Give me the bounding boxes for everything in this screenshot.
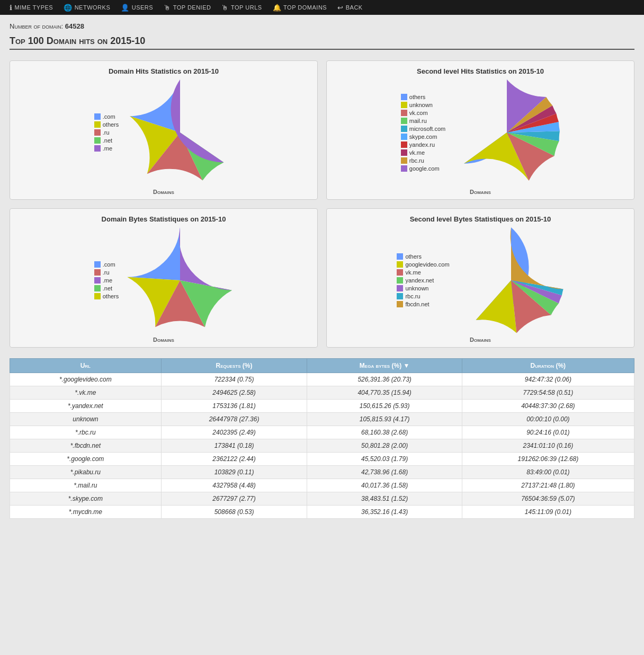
table-row: *.googlevideo.com722334 (0.75)526,391.36… [10,373,634,386]
page-title: Top 100 Domain hits on 2015-10 [10,36,634,50]
table-row: *.vk.me2494625 (2.58)404,770.35 (15.94)7… [10,386,634,400]
back-icon: ↩ [337,4,344,12]
legend-me: .me [94,145,119,152]
navigation: ℹ Mime Types 🌐 Networks 👤 Users 🖱 Top De… [0,0,644,15]
chart-domain-bytes-inner: .com .ru .me .net others [14,227,313,333]
table-row: *.mail.ru4327958 (4.48)40,017.36 (1.58)2… [10,479,634,492]
domain-table: Url Requests (%) Mega bytes (%) ▼ Durati… [10,358,634,519]
legend-vkme-sh: vk.me [401,149,445,156]
table-header-row: Url Requests (%) Mega bytes (%) ▼ Durati… [10,359,634,373]
legend-ru-db: .ru [94,269,119,276]
col-url[interactable]: Url [10,359,162,373]
table-row: *.mycdn.me508668 (0.53)36,352.16 (1.43)1… [10,506,634,519]
legend-rbc-sb: rbc.ru [397,293,449,299]
chart-second-bytes-inner: others googlevideo.com vk.me yandex.net … [331,227,630,333]
chart-domain-bytes-title: Domain Bytes Statistiques on 2015-10 [14,215,313,223]
pie-second-hits [454,79,560,185]
chart-second-hits-title: Second level Hits Statistics on 2015-10 [331,67,630,75]
legend-unknown-sb: unknown [397,285,449,291]
chart-domain-hits-inner: .com others .ru .net .me [14,79,313,185]
chart-second-bytes: Second level Bytes Statistiques on 2015-… [326,208,634,348]
chart-domain-hits-footer: Domains [14,189,313,195]
user-icon: 👤 [121,4,130,12]
domain-count: Number of domain: 64528 [10,22,634,30]
table-row: *.rbc.ru2402395 (2.49)68,160.38 (2.68)90… [10,426,634,439]
table-row: *.pikabu.ru103829 (0.11)42,738.96 (1.68)… [10,466,634,479]
legend-googlevideo-sb: googlevideo.com [397,261,449,268]
nav-top-domains[interactable]: 🔔 Top Domains [267,4,333,12]
legend-others-db: others [94,293,119,299]
pie-second-bytes [458,227,564,333]
legend-rbc-sh: rbc.ru [401,157,445,164]
network-icon: 🌐 [64,4,73,12]
cursor2-icon: 🖱 [221,4,229,12]
legend-skype-sh: skype.com [401,134,445,140]
chart-domain-hits: Domain Hits Statistics on 2015-10 .com o… [10,60,318,200]
pie-domain-bytes [127,227,233,333]
nav-users[interactable]: 👤 Users [115,4,158,12]
nav-back[interactable]: ↩ Back [332,4,368,12]
table-row: *.fbcdn.net173841 (0.18)50,801.28 (2.00)… [10,439,634,453]
col-duration[interactable]: Duration (%) [462,359,634,373]
chart-domain-hits-legend: .com others .ru .net .me [94,113,119,152]
table-row: unknown26447978 (27.36)105,815.93 (4.17)… [10,413,634,426]
charts-grid: Domain Hits Statistics on 2015-10 .com o… [10,60,634,348]
col-requests[interactable]: Requests (%) [161,359,307,373]
legend-others-sb: others [397,253,449,260]
col-megabytes[interactable]: Mega bytes (%) ▼ [307,359,462,373]
legend-yandex-sh: yandex.ru [401,141,445,148]
legend-net: .net [94,137,119,144]
legend-me-db: .me [94,277,119,284]
chart-domain-bytes-footer: Domains [14,337,313,343]
chart-second-bytes-footer: Domains [331,337,630,343]
legend-google-sh: google.com [401,165,445,172]
chart-domain-bytes: Domain Bytes Statistiques on 2015-10 .co… [10,208,318,348]
chart-second-bytes-legend: others googlevideo.com vk.me yandex.net … [397,253,449,307]
legend-fbcdn-sb: fbcdn.net [397,301,449,307]
legend-ru: .ru [94,129,119,136]
legend-msft-sh: microsoft.com [401,126,445,132]
legend-com-db: .com [94,261,119,268]
nav-networks[interactable]: 🌐 Networks [58,4,115,12]
table-row: *.google.com2362122 (2.44)45,520.03 (1.7… [10,453,634,466]
legend-vkcom-sh: vk.com [401,110,445,116]
table-body: *.googlevideo.com722334 (0.75)526,391.36… [10,373,634,519]
legend-com: .com [94,113,119,120]
table-row: *.skype.com2677297 (2.77)38,483.51 (1.52… [10,492,634,506]
nav-top-denied[interactable]: 🖱 Top Denied [158,4,216,12]
chart-second-hits: Second level Hits Statistics on 2015-10 … [326,60,634,200]
chart-domain-bytes-legend: .com .ru .me .net others [94,261,119,299]
legend-net-db: .net [94,285,119,291]
info-icon: ℹ [10,4,13,12]
bell-icon: 🔔 [273,4,282,12]
legend-others: others [94,121,119,128]
legend-yandexnet-sb: yandex.net [397,277,449,284]
chart-second-hits-legend: others unknown vk.com mail.ru microsoft.… [401,94,445,172]
legend-mailru-sh: mail.ru [401,118,445,124]
chart-domain-hits-title: Domain Hits Statistics on 2015-10 [14,67,313,75]
pie-domain-hits [127,79,233,185]
chart-second-hits-footer: Domains [331,189,630,195]
table-row: *.yandex.net1753136 (1.81)150,615.26 (5.… [10,400,634,413]
main-content: Number of domain: 64528 Top 100 Domain h… [0,15,644,655]
nav-top-urls[interactable]: 🖱 Top Urls [216,4,267,12]
legend-others-sh: others [401,94,445,100]
chart-second-hits-inner: others unknown vk.com mail.ru microsoft.… [331,79,630,185]
legend-unknown-sh: unknown [401,102,445,108]
cursor-icon: 🖱 [164,4,171,12]
legend-vkme-sb: vk.me [397,269,449,276]
nav-mime-types[interactable]: ℹ Mime Types [4,4,58,12]
chart-second-bytes-title: Second level Bytes Statistiques on 2015-… [331,215,630,223]
